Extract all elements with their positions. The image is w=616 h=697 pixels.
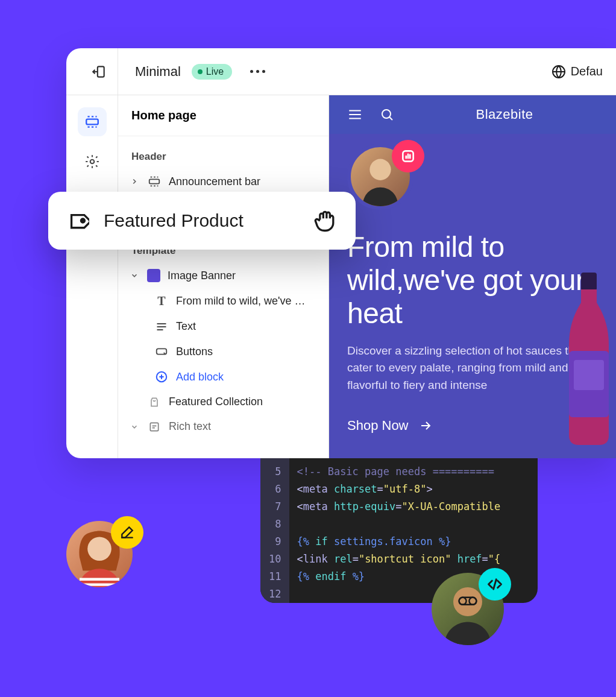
- hero-banner: From mild to wild,we've got your heat Di…: [329, 230, 616, 452]
- code-icon: [486, 576, 503, 593]
- sidebar-item-buttons-block[interactable]: Buttons: [118, 339, 328, 364]
- collection-icon: [148, 396, 160, 408]
- tree-label: From mild to wild, we've g...: [176, 295, 309, 308]
- svg-point-8: [382, 110, 391, 118]
- sidebar-item-text-block[interactable]: Text: [118, 314, 328, 339]
- exit-icon: [91, 64, 107, 80]
- theme-name: Minimal: [135, 64, 181, 80]
- sidebar-add-block-button[interactable]: Add block: [118, 364, 328, 390]
- collaborator-avatar-3: [432, 573, 504, 645]
- svg-point-17: [453, 587, 482, 616]
- hamburger-icon[interactable]: [347, 107, 363, 122]
- edit-badge: [111, 516, 143, 549]
- header-section-label: Header: [118, 136, 328, 169]
- sections-sidebar: Home page Header Announcement bar Templa…: [118, 95, 329, 458]
- device-selector[interactable]: Defau: [552, 65, 603, 79]
- exit-button[interactable]: [80, 48, 118, 95]
- device-label: Defau: [571, 65, 603, 78]
- left-rail: [66, 95, 118, 458]
- gear-icon: [84, 154, 100, 169]
- hero-body: Discover a sizzling selection of hot sau…: [347, 342, 598, 394]
- rail-settings-button[interactable]: [78, 147, 107, 176]
- svg-rect-10: [581, 289, 597, 303]
- tree-label: Add block: [176, 371, 224, 383]
- banner-thumbnail-icon: [147, 269, 160, 282]
- code-badge: [479, 568, 511, 601]
- editor-body: Home page Header Announcement bar Templa…: [66, 95, 616, 458]
- svg-point-3: [90, 160, 94, 164]
- svg-rect-0: [97, 66, 104, 77]
- storefront-brand: Blazebite: [411, 107, 598, 122]
- bar-chart-icon: [400, 148, 416, 164]
- arrow-right-icon: [418, 418, 433, 433]
- chevron-down-icon: [130, 423, 139, 431]
- svg-point-16: [87, 537, 112, 561]
- sidebar-item-announcement-bar[interactable]: Announcement bar: [118, 169, 328, 194]
- collaborator-avatar-2: [66, 521, 133, 587]
- rich-text-icon: [148, 421, 160, 433]
- pencil-icon: [119, 525, 135, 540]
- svg-rect-4: [149, 179, 160, 183]
- sidebar-item-image-banner[interactable]: Image Banner: [118, 263, 328, 288]
- svg-point-13: [80, 218, 85, 223]
- search-icon[interactable]: [380, 107, 394, 122]
- sidebar-item-featured-collection[interactable]: Featured Collection: [118, 390, 328, 414]
- editor-topbar: Minimal Live Defau: [66, 48, 616, 95]
- globe-icon: [552, 65, 566, 79]
- more-menu-button[interactable]: [250, 70, 265, 73]
- product-bottle-graphic: [562, 273, 616, 447]
- grab-hand-icon[interactable]: [312, 207, 339, 234]
- sidebar-item-rich-text[interactable]: Rich text: [118, 414, 328, 439]
- chevron-right-icon: [130, 177, 139, 186]
- status-label: Live: [206, 66, 224, 77]
- collaborator-avatar-1: [347, 144, 413, 210]
- tree-label: Buttons: [176, 345, 213, 358]
- chevron-down-icon: [130, 271, 139, 280]
- plus-circle-icon: [155, 370, 168, 383]
- status-dot-icon: [198, 69, 203, 74]
- button-icon: [155, 345, 168, 358]
- tree-label: Text: [176, 320, 196, 333]
- sections-icon: [84, 114, 100, 130]
- sidebar-item-heading-block[interactable]: T From mild to wild, we've g...: [118, 288, 328, 314]
- theme-editor-window: Minimal Live Defau Home page Header: [66, 48, 616, 458]
- tree-label: Rich text: [169, 420, 211, 433]
- svg-point-14: [369, 159, 391, 180]
- svg-rect-9: [581, 273, 597, 291]
- code-gutter: 5 6 7 8 9 10 11 12 13: [260, 458, 289, 603]
- analytics-badge: [392, 140, 424, 172]
- svg-rect-2: [86, 119, 98, 125]
- status-pill: Live: [192, 64, 232, 80]
- hero-cta-button[interactable]: Shop Now: [347, 418, 433, 434]
- svg-rect-12: [574, 360, 604, 390]
- tree-label: Announcement bar: [169, 175, 260, 188]
- text-lines-icon: [156, 321, 168, 333]
- floating-section-card[interactable]: Featured Product: [48, 192, 356, 250]
- heading-icon: T: [154, 294, 169, 308]
- tree-label: Image Banner: [168, 270, 236, 282]
- cta-label: Shop Now: [347, 418, 409, 434]
- hero-heading: From mild to wild,we've got your heat: [347, 230, 598, 330]
- floating-card-title: Featured Product: [104, 210, 298, 231]
- svg-rect-7: [150, 423, 158, 430]
- price-tag-icon: [65, 209, 89, 233]
- tree-label: Featured Collection: [169, 396, 263, 408]
- storefront-header: Blazebite: [329, 95, 616, 134]
- page-title[interactable]: Home page: [118, 95, 328, 136]
- rail-sections-button[interactable]: [78, 107, 107, 136]
- section-icon: [148, 175, 161, 188]
